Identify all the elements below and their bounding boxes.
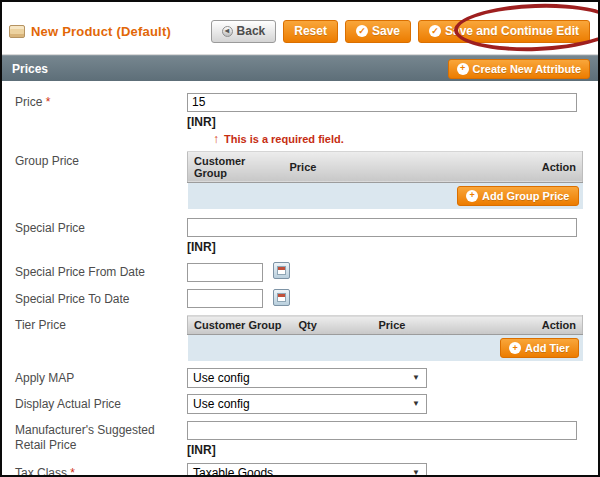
tax-class-select[interactable]: Taxable Goods ▼ xyxy=(187,463,427,477)
currency-note: [INR] xyxy=(187,115,577,129)
create-new-attribute-button[interactable]: + Create New Attribute xyxy=(448,59,590,79)
currency-note: [INR] xyxy=(187,240,577,254)
price-validation-message: ↑ This is a required field. xyxy=(213,132,577,146)
tax-class-row: Tax Class * Taxable Goods ▼ ↑ This is a … xyxy=(15,463,588,477)
msrp-row: Manufacturer's Suggested Retail Price [I… xyxy=(15,420,588,458)
required-mark: * xyxy=(70,466,75,477)
group-col-customer-group: Customer Group xyxy=(188,151,284,182)
group-price-label: Group Price xyxy=(15,151,187,169)
tier-col-customer-group: Customer Group xyxy=(188,316,293,335)
apply-map-value: Use config xyxy=(193,371,250,385)
chevron-down-icon: ▼ xyxy=(412,400,420,408)
save-and-continue-button[interactable]: ✓ Save and Continue Edit xyxy=(418,20,590,43)
tier-col-price: Price xyxy=(373,316,531,335)
reset-button-label: Reset xyxy=(294,24,327,38)
title-wrap: New Product (Default) xyxy=(9,24,171,39)
create-new-attribute-label: Create New Attribute xyxy=(473,63,581,75)
special-price-input[interactable] xyxy=(187,218,577,237)
group-price-table: Customer Group Price Action + Add Group … xyxy=(187,151,583,209)
price-label: Price * xyxy=(15,92,187,110)
apply-map-select[interactable]: Use config ▼ xyxy=(187,368,427,388)
display-actual-price-label: Display Actual Price xyxy=(15,394,187,412)
msrp-label: Manufacturer's Suggested Retail Price xyxy=(15,420,187,453)
special-price-to-input[interactable] xyxy=(187,289,263,308)
section-title: Prices xyxy=(12,62,48,76)
apply-map-label: Apply MAP xyxy=(15,368,187,386)
display-actual-price-select[interactable]: Use config ▼ xyxy=(187,394,427,414)
display-actual-price-value: Use config xyxy=(193,397,250,411)
header-buttons: ◂ Back Reset ✓ Save ✓ Save and Continue … xyxy=(211,20,592,43)
add-tier-label: Add Tier xyxy=(525,342,569,354)
tier-price-table: Customer Group Qty Price Action + Add Ti… xyxy=(187,315,583,361)
product-package-icon xyxy=(9,25,25,38)
group-col-action: Action xyxy=(531,151,583,182)
tax-class-value: Taxable Goods xyxy=(193,466,273,477)
currency-note: [INR] xyxy=(187,443,577,457)
special-price-row: Special Price [INR] xyxy=(15,218,588,256)
chevron-down-icon: ▼ xyxy=(412,374,420,382)
price-input[interactable] xyxy=(187,93,577,112)
display-actual-price-row: Display Actual Price Use config ▼ xyxy=(15,394,588,414)
reset-button[interactable]: Reset xyxy=(283,20,338,43)
save-and-continue-label: Save and Continue Edit xyxy=(445,24,579,38)
group-col-price: Price xyxy=(284,151,531,182)
back-button-label: Back xyxy=(237,24,266,38)
page-title: New Product (Default) xyxy=(31,24,171,39)
tier-col-qty: Qty xyxy=(293,316,373,335)
calendar-icon[interactable] xyxy=(273,289,290,306)
tier-price-row: Tier Price Customer Group Qty Price Acti… xyxy=(15,315,588,361)
add-tier-button[interactable]: + Add Tier xyxy=(500,338,578,358)
group-price-row: Group Price Customer Group Price Action xyxy=(15,151,588,209)
tax-class-label: Tax Class * xyxy=(15,463,187,477)
special-price-from-input[interactable] xyxy=(187,263,263,282)
msrp-input[interactable] xyxy=(187,421,577,440)
chevron-down-icon: ▼ xyxy=(412,469,420,477)
special-price-to-row: Special Price To Date xyxy=(15,289,588,309)
prices-section-bar: Prices + Create New Attribute xyxy=(2,55,598,81)
prices-form: Price * [INR] ↑ This is a required field… xyxy=(2,81,598,477)
special-price-to-label: Special Price To Date xyxy=(15,289,187,307)
add-group-price-button[interactable]: + Add Group Price xyxy=(457,186,578,206)
save-button[interactable]: ✓ Save xyxy=(345,20,411,43)
check-icon: ✓ xyxy=(429,25,441,37)
special-price-label: Special Price xyxy=(15,218,187,236)
add-group-price-label: Add Group Price xyxy=(482,190,569,202)
tier-col-action: Action xyxy=(531,316,583,335)
plus-icon: + xyxy=(457,63,469,75)
apply-map-row: Apply MAP Use config ▼ xyxy=(15,368,588,388)
special-price-from-label: Special Price From Date xyxy=(15,262,187,280)
check-icon: ✓ xyxy=(356,25,368,37)
required-arrow-icon: ↑ xyxy=(213,132,219,146)
back-arrow-icon: ◂ xyxy=(222,26,233,37)
save-button-label: Save xyxy=(372,24,400,38)
magento-new-product-page: New Product (Default) ◂ Back Reset ✓ Sav… xyxy=(0,0,600,477)
tier-price-label: Tier Price xyxy=(15,315,187,333)
calendar-icon[interactable] xyxy=(273,262,290,279)
required-mark: * xyxy=(46,95,51,109)
plus-icon: + xyxy=(509,342,521,354)
special-price-from-row: Special Price From Date xyxy=(15,262,588,282)
plus-icon: + xyxy=(466,190,478,202)
back-button[interactable]: ◂ Back xyxy=(211,20,277,43)
price-row: Price * [INR] ↑ This is a required field… xyxy=(15,92,588,146)
page-header: New Product (Default) ◂ Back Reset ✓ Sav… xyxy=(2,2,598,55)
